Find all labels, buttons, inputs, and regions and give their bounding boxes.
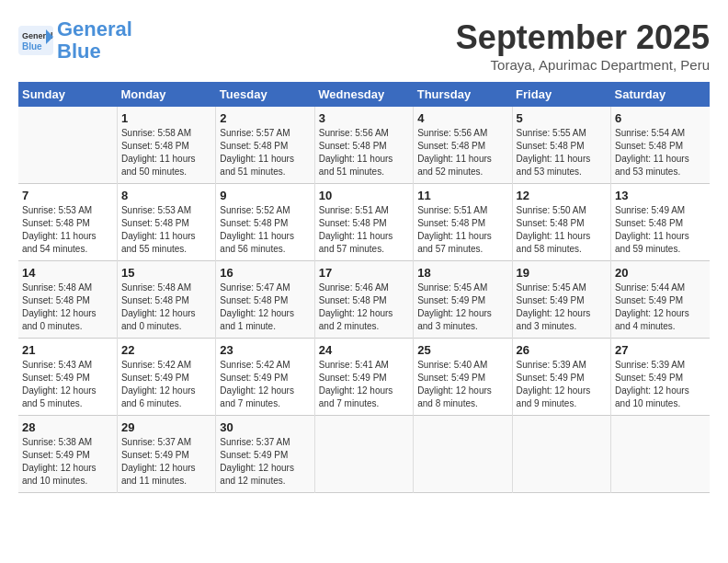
day-number: 12 (517, 189, 607, 202)
cell-info: Sunrise: 5:45 AMSunset: 5:49 PMDaylight:… (517, 282, 607, 333)
week-row-5: 28Sunrise: 5:38 AMSunset: 5:49 PMDayligh… (18, 416, 710, 493)
cell-info: Sunrise: 5:47 AMSunset: 5:48 PMDaylight:… (220, 282, 310, 333)
cell-info: Sunrise: 5:39 AMSunset: 5:49 PMDaylight:… (615, 359, 706, 410)
cell-info: Sunrise: 5:53 AMSunset: 5:48 PMDaylight:… (121, 204, 211, 256)
day-header-tuesday: Tuesday (216, 82, 314, 107)
calendar-cell: 1Sunrise: 5:58 AMSunset: 5:48 PMDaylight… (117, 107, 215, 184)
logo: General Blue General Blue (18, 18, 132, 63)
calendar-cell: 11Sunrise: 5:51 AMSunset: 5:48 PMDayligh… (414, 184, 512, 261)
day-number: 30 (220, 420, 310, 434)
calendar-cell: 28Sunrise: 5:38 AMSunset: 5:49 PMDayligh… (18, 416, 117, 493)
calendar-cell: 9Sunrise: 5:52 AMSunset: 5:48 PMDaylight… (216, 184, 314, 261)
day-number: 27 (615, 343, 706, 357)
day-number: 10 (319, 189, 409, 202)
cell-info: Sunrise: 5:50 AMSunset: 5:48 PMDaylight:… (517, 204, 607, 256)
cell-info: Sunrise: 5:43 AMSunset: 5:49 PMDaylight:… (22, 359, 113, 410)
days-of-week-row: SundayMondayTuesdayWednesdayThursdayFrid… (18, 82, 710, 107)
calendar-cell: 26Sunrise: 5:39 AMSunset: 5:49 PMDayligh… (512, 339, 610, 416)
day-number: 8 (121, 189, 211, 202)
calendar-cell: 2Sunrise: 5:57 AMSunset: 5:48 PMDaylight… (216, 107, 314, 184)
cell-info: Sunrise: 5:52 AMSunset: 5:48 PMDaylight:… (220, 204, 310, 256)
cell-info: Sunrise: 5:56 AMSunset: 5:48 PMDaylight:… (319, 127, 409, 178)
week-row-2: 7Sunrise: 5:53 AMSunset: 5:48 PMDaylight… (18, 184, 710, 261)
cell-info: Sunrise: 5:49 AMSunset: 5:48 PMDaylight:… (615, 204, 706, 256)
cell-info: Sunrise: 5:42 AMSunset: 5:49 PMDaylight:… (121, 359, 211, 410)
day-number: 18 (417, 266, 507, 280)
day-header-monday: Monday (117, 82, 215, 107)
day-number: 9 (220, 189, 310, 202)
day-number: 28 (22, 420, 113, 434)
calendar-cell: 27Sunrise: 5:39 AMSunset: 5:49 PMDayligh… (611, 339, 710, 416)
calendar-header: SundayMondayTuesdayWednesdayThursdayFrid… (18, 82, 710, 107)
cell-info: Sunrise: 5:48 AMSunset: 5:48 PMDaylight:… (121, 282, 211, 333)
calendar-cell (611, 416, 710, 493)
cell-info: Sunrise: 5:53 AMSunset: 5:48 PMDaylight:… (22, 204, 113, 256)
cell-info: Sunrise: 5:51 AMSunset: 5:48 PMDaylight:… (319, 204, 409, 256)
calendar-cell: 18Sunrise: 5:45 AMSunset: 5:49 PMDayligh… (414, 261, 512, 339)
day-number: 21 (22, 343, 113, 357)
calendar-cell: 10Sunrise: 5:51 AMSunset: 5:48 PMDayligh… (314, 184, 413, 261)
cell-info: Sunrise: 5:38 AMSunset: 5:49 PMDaylight:… (22, 436, 113, 488)
calendar-cell: 24Sunrise: 5:41 AMSunset: 5:49 PMDayligh… (314, 339, 413, 416)
day-number: 3 (319, 111, 409, 125)
calendar-cell: 25Sunrise: 5:40 AMSunset: 5:49 PMDayligh… (414, 339, 512, 416)
day-number: 2 (220, 111, 310, 125)
day-number: 26 (517, 343, 607, 357)
day-number: 23 (220, 343, 310, 357)
day-number: 15 (121, 266, 211, 280)
calendar-body: 1Sunrise: 5:58 AMSunset: 5:48 PMDaylight… (18, 107, 710, 493)
day-number: 1 (121, 111, 211, 125)
day-number: 7 (22, 189, 113, 202)
cell-info: Sunrise: 5:41 AMSunset: 5:49 PMDaylight:… (319, 359, 409, 410)
calendar-cell: 12Sunrise: 5:50 AMSunset: 5:48 PMDayligh… (512, 184, 610, 261)
week-row-3: 14Sunrise: 5:48 AMSunset: 5:48 PMDayligh… (18, 261, 710, 339)
cell-info: Sunrise: 5:56 AMSunset: 5:48 PMDaylight:… (417, 127, 507, 178)
day-number: 25 (417, 343, 507, 357)
calendar-cell: 13Sunrise: 5:49 AMSunset: 5:48 PMDayligh… (611, 184, 710, 261)
calendar-cell: 15Sunrise: 5:48 AMSunset: 5:48 PMDayligh… (117, 261, 215, 339)
day-number: 13 (615, 189, 706, 202)
logo-blue: Blue (57, 40, 101, 63)
day-number: 17 (319, 266, 409, 280)
svg-text:Blue: Blue (22, 41, 42, 52)
cell-info: Sunrise: 5:48 AMSunset: 5:48 PMDaylight:… (22, 282, 113, 333)
header: General Blue General Blue September 2025… (18, 18, 710, 73)
calendar-cell: 17Sunrise: 5:46 AMSunset: 5:48 PMDayligh… (314, 261, 413, 339)
location-subtitle: Toraya, Apurimac Department, Peru (456, 57, 710, 73)
calendar-cell (314, 416, 413, 493)
day-number: 19 (517, 266, 607, 280)
calendar-cell: 7Sunrise: 5:53 AMSunset: 5:48 PMDaylight… (18, 184, 117, 261)
cell-info: Sunrise: 5:42 AMSunset: 5:49 PMDaylight:… (220, 359, 310, 410)
cell-info: Sunrise: 5:46 AMSunset: 5:48 PMDaylight:… (319, 282, 409, 333)
day-header-saturday: Saturday (611, 82, 710, 107)
cell-info: Sunrise: 5:58 AMSunset: 5:48 PMDaylight:… (121, 127, 211, 178)
month-title: September 2025 (456, 18, 710, 57)
day-number: 5 (517, 111, 607, 125)
title-block: September 2025 Toraya, Apurimac Departme… (456, 18, 710, 73)
day-number: 14 (22, 266, 113, 280)
cell-info: Sunrise: 5:57 AMSunset: 5:48 PMDaylight:… (220, 127, 310, 178)
cell-info: Sunrise: 5:51 AMSunset: 5:48 PMDaylight:… (417, 204, 507, 256)
calendar-cell: 5Sunrise: 5:55 AMSunset: 5:48 PMDaylight… (512, 107, 610, 184)
day-header-thursday: Thursday (414, 82, 512, 107)
cell-info: Sunrise: 5:55 AMSunset: 5:48 PMDaylight:… (517, 127, 607, 178)
calendar-cell: 21Sunrise: 5:43 AMSunset: 5:49 PMDayligh… (18, 339, 117, 416)
day-header-friday: Friday (512, 82, 610, 107)
calendar-cell: 16Sunrise: 5:47 AMSunset: 5:48 PMDayligh… (216, 261, 314, 339)
calendar-cell: 14Sunrise: 5:48 AMSunset: 5:48 PMDayligh… (18, 261, 117, 339)
calendar-cell: 30Sunrise: 5:37 AMSunset: 5:49 PMDayligh… (216, 416, 314, 493)
calendar-cell: 20Sunrise: 5:44 AMSunset: 5:49 PMDayligh… (611, 261, 710, 339)
calendar-cell (18, 107, 117, 184)
day-number: 20 (615, 266, 706, 280)
calendar-cell: 8Sunrise: 5:53 AMSunset: 5:48 PMDaylight… (117, 184, 215, 261)
cell-info: Sunrise: 5:45 AMSunset: 5:49 PMDaylight:… (417, 282, 507, 333)
week-row-1: 1Sunrise: 5:58 AMSunset: 5:48 PMDaylight… (18, 107, 710, 184)
day-number: 16 (220, 266, 310, 280)
calendar-cell (414, 416, 512, 493)
day-number: 11 (417, 189, 507, 202)
cell-info: Sunrise: 5:39 AMSunset: 5:49 PMDaylight:… (517, 359, 607, 410)
cell-info: Sunrise: 5:54 AMSunset: 5:48 PMDaylight:… (615, 127, 706, 178)
calendar-cell: 29Sunrise: 5:37 AMSunset: 5:49 PMDayligh… (117, 416, 215, 493)
cell-info: Sunrise: 5:44 AMSunset: 5:49 PMDaylight:… (615, 282, 706, 333)
cell-info: Sunrise: 5:37 AMSunset: 5:49 PMDaylight:… (220, 436, 310, 488)
